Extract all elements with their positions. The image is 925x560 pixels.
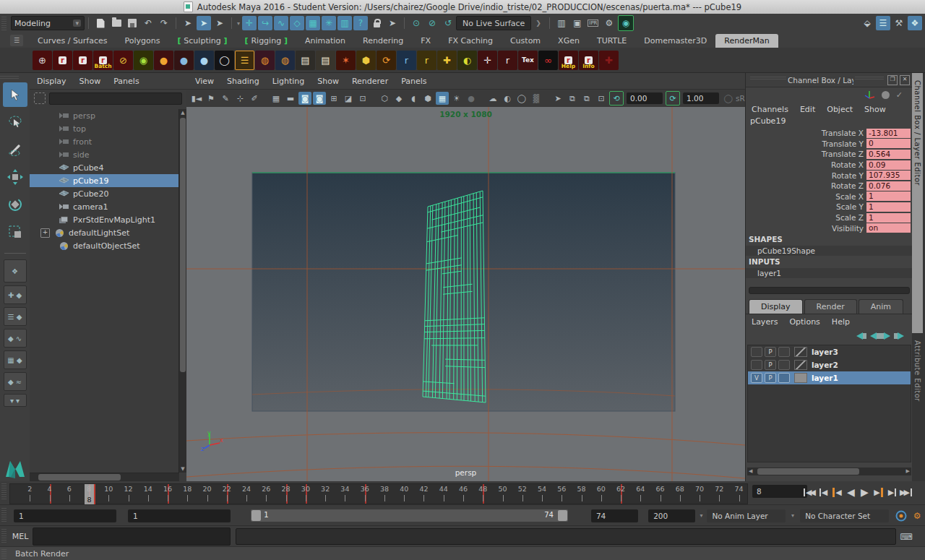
snap-to-grid-toggle[interactable]: ✛: [242, 16, 257, 30]
rman-render-shelf-button[interactable]: r: [53, 51, 72, 70]
layer-editor-scrollbar[interactable]: ◀ ▶: [747, 468, 911, 475]
layer-color-swatch[interactable]: [794, 373, 807, 383]
viewport-toolbar-icon[interactable]: ⬢: [421, 92, 434, 105]
time-slider-grip[interactable]: [1, 483, 7, 499]
expand-plus-icon[interactable]: +: [40, 228, 50, 238]
section-item-layer1[interactable]: layer1: [746, 268, 913, 278]
render-settings-button[interactable]: ⚙: [602, 16, 616, 30]
rman-render-seq-shelf-button[interactable]: r: [73, 51, 92, 70]
shelf-tab-rigging[interactable]: [ Rigging ]: [236, 34, 296, 48]
viewport-toolbar-icon[interactable]: ◪: [342, 92, 355, 105]
viewport-menu-show[interactable]: Show: [317, 77, 339, 86]
layer-tab-render[interactable]: Render: [804, 299, 857, 314]
rman-batch-render-shelf-button[interactable]: rBatch: [93, 51, 113, 70]
time-ruler[interactable]: 2468101214161820222426283032343638404244…: [9, 483, 748, 504]
select-by-hierarchy-button[interactable]: ➤: [181, 16, 195, 30]
outliner-item-pcube20[interactable]: pCube20: [30, 187, 179, 200]
gamma-toggle[interactable]: ⟳: [666, 91, 680, 105]
layer-reference-toggle[interactable]: [778, 373, 790, 383]
status-line-grip[interactable]: [1, 16, 7, 30]
outliner-item-camera1[interactable]: camera1: [30, 200, 179, 213]
viewport-toolbar-icon[interactable]: ⧉: [580, 92, 593, 105]
rebuild-toggle[interactable]: ↺: [441, 16, 455, 30]
rman-sphere-yellow-shelf-button[interactable]: ◐: [457, 51, 477, 70]
viewport-toolbar-icon[interactable]: ◖: [407, 92, 420, 105]
layer-editor-menu-options[interactable]: Options: [789, 317, 819, 327]
outliner-item-defaultobjectset[interactable]: defaultObjectSet: [30, 239, 179, 252]
scroll-down-arrow[interactable]: ▼: [179, 465, 186, 473]
viewport-toolbar-icon[interactable]: ➤: [551, 92, 564, 105]
highlight-selection-toggle[interactable]: ▥: [337, 16, 352, 30]
tab-channel-box-layer-editor[interactable]: Channel Box / Layer Editor: [912, 73, 923, 333]
step-forward-key-button[interactable]: ▶: [872, 485, 885, 499]
layer-playback-toggle[interactable]: P: [765, 360, 776, 370]
shelf-tab-custom[interactable]: Custom: [502, 34, 549, 48]
command-input[interactable]: [33, 527, 231, 546]
play-backwards-button[interactable]: ◀: [845, 485, 857, 499]
outliner-horizontal-scrollbar[interactable]: [30, 473, 179, 481]
rman-sphere-shelf-button[interactable]: ●: [194, 51, 214, 70]
outliner-vertical-scrollbar[interactable]: ▲ ▼: [178, 109, 186, 473]
outliner-item-defaultlightset[interactable]: +defaultLightSet: [30, 226, 179, 239]
viewport-toolbar-icon[interactable]: ⬡: [378, 92, 391, 105]
layer-color-swatch[interactable]: [794, 347, 807, 357]
highlight-cursor-button[interactable]: ➤: [385, 16, 400, 30]
rman-info-shelf-button[interactable]: rInfo: [579, 51, 598, 70]
rman-help-shelf-button[interactable]: rHelp: [559, 51, 578, 70]
outliner-item-pcube4[interactable]: pCube4: [30, 161, 179, 174]
channel-value-field[interactable]: 0.564: [866, 150, 911, 159]
viewport-toolbar-icon[interactable]: ▬: [284, 92, 297, 105]
layer-row-layer2[interactable]: Player2: [748, 358, 911, 371]
animation-start-field[interactable]: 1: [14, 509, 116, 522]
toolbox-grip[interactable]: [0, 75, 19, 79]
viewport-canvas[interactable]: 1920 x 1080 y x z persp: [186, 107, 745, 481]
viewport-toolbar-icon[interactable]: ☀: [450, 92, 463, 105]
layer-playback-toggle[interactable]: P: [765, 373, 776, 383]
rman-dome-shelf-button[interactable]: ◯: [215, 51, 234, 70]
colorspace-icon[interactable]: ◯: [722, 92, 735, 105]
channel-value-field[interactable]: 107.935: [866, 171, 911, 180]
step-back-frame-button[interactable]: ◀: [817, 485, 830, 499]
shelf-tab-renderman[interactable]: RenderMan: [715, 34, 778, 48]
select-tool-button[interactable]: [3, 82, 27, 107]
exposure-field[interactable]: 0.00: [627, 92, 663, 104]
viewport-toolbar-icon[interactable]: ⊞: [327, 92, 340, 105]
rman-geo-light-shelf-button[interactable]: ✶: [336, 51, 356, 70]
history-off-toggle[interactable]: ⊘: [425, 16, 439, 30]
new-scene-button[interactable]: [93, 16, 108, 30]
viewport-toolbar-icon[interactable]: ▦: [436, 92, 449, 105]
layer-visibility-toggle[interactable]: V: [751, 373, 762, 383]
rman-import-shelf-button[interactable]: r: [397, 51, 416, 70]
viewport-toolbar-icon[interactable]: ⧉: [566, 92, 579, 105]
layer-reference-toggle[interactable]: [778, 360, 790, 370]
rman-grid-shelf-button[interactable]: ✛: [478, 51, 497, 70]
shelf-tab-xgen[interactable]: XGen: [549, 34, 588, 48]
outliner-menu-show[interactable]: Show: [79, 77, 101, 86]
renderman-render-button[interactable]: ◉: [618, 15, 634, 31]
channel-value-field[interactable]: 1: [866, 213, 911, 223]
menu-set-dropdown[interactable]: Modeling ▾: [11, 16, 85, 30]
playback-end-field[interactable]: 74: [591, 509, 638, 522]
scroll-right-arrow[interactable]: ▶: [906, 468, 910, 475]
channel-value-field[interactable]: 0: [866, 139, 911, 148]
viewport-toolbar-icon[interactable]: ▓: [530, 92, 543, 105]
rman-env-sphere-shelf-button[interactable]: ●: [174, 51, 194, 70]
shelf-tab-polygons[interactable]: Polygons: [116, 34, 169, 48]
attribute-editor-toggle[interactable]: ☰: [876, 16, 890, 30]
layer-tab-display[interactable]: Display: [749, 299, 803, 314]
layout-dropdown-a[interactable]: ▾ ▾: [4, 394, 27, 407]
help-line-grip[interactable]: [1, 549, 7, 559]
symmetry-toggle[interactable]: ✳: [322, 16, 336, 30]
expand-arrow-icon[interactable]: ▾: [237, 20, 240, 27]
channel-value-field[interactable]: 1: [866, 191, 911, 201]
rman-update-shelf-button[interactable]: ⟳: [377, 51, 396, 70]
layout-outliner-persp-button[interactable]: ☰ ◆: [4, 307, 27, 326]
script-editor-button[interactable]: ⌨: [899, 530, 913, 544]
rman-inspect-shelf-button[interactable]: r: [417, 51, 436, 70]
rman-preview-shelf-button[interactable]: ◉: [134, 51, 153, 70]
scrollbar-thumb[interactable]: [38, 474, 121, 481]
anim-layer-dropdown[interactable]: No Anim Layer: [707, 509, 786, 522]
shelf-tab-fx[interactable]: FX: [412, 34, 439, 48]
outliner-item-front[interactable]: front: [30, 135, 179, 148]
rman-render-globe-shelf-button[interactable]: ⊕: [33, 51, 52, 70]
